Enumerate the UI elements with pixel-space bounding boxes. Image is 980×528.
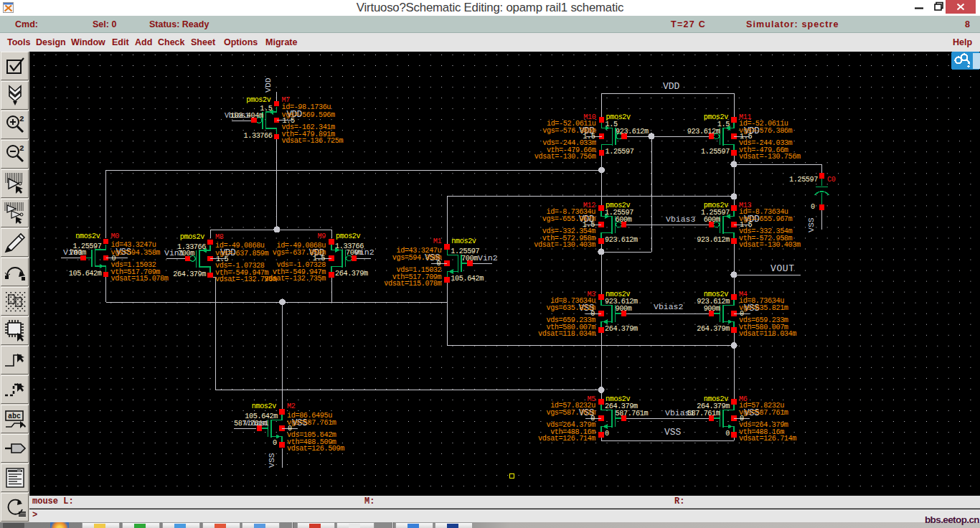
svg-text:VSS: VSS [806,217,816,232]
svg-text:vgs=635.821m: vgs=635.821m [739,304,788,312]
svg-text:pmos2v: pmos2v [180,233,205,241]
svg-text:vdsat=118.034m: vdsat=118.034m [538,330,595,338]
svg-text:vgs=-655.967m: vgs=-655.967m [739,215,793,223]
svg-text:VDD: VDD [263,77,273,93]
svg-text:vdsat=-132.735m: vdsat=-132.735m [264,275,326,283]
svg-text:vdsat=126.714m: vdsat=126.714m [538,435,595,443]
svg-text:vdsat=115.078m: vdsat=115.078m [384,280,441,288]
svg-text:vdsat=126.714m: vdsat=126.714m [739,435,796,443]
svg-text:id=-49.0868u: id=-49.0868u [276,242,326,250]
svg-text:vgs=587.761m: vgs=587.761m [739,409,788,417]
svg-text:vdsat=118.034m: vdsat=118.034m [739,330,796,338]
svg-text:vgs=-576.386m: vgs=-576.386m [739,127,793,135]
svg-text:vdsat=-130.756m: vdsat=-130.756m [739,153,801,161]
svg-text:vgs=594.358m: vgs=594.358m [111,249,161,257]
svg-text:id=57.8232u: id=57.8232u [550,402,595,410]
svg-text:nmos2v: nmos2v [451,237,476,245]
svg-text:id=86.6495u: id=86.6495u [287,412,332,420]
svg-text:0: 0 [811,203,815,211]
svg-text:vgs=587.761m: vgs=587.761m [287,419,336,427]
svg-text:900m: 900m [704,305,720,313]
svg-text:923.612m: 923.612m [687,128,720,136]
svg-text:vgs=-637.859m: vgs=-637.859m [273,249,326,257]
svg-text:1.33766: 1.33766 [244,132,273,140]
svg-text:264.379m: 264.379m [335,270,368,278]
svg-text:vgs=-637.859m: vgs=-637.859m [215,250,269,258]
svg-text:M8: M8 [215,233,224,241]
svg-text:M1: M1 [433,237,442,245]
svg-text:0: 0 [725,430,730,438]
svg-text:vgs=587.761m: vgs=587.761m [546,409,595,417]
svg-text:VOUT: VOUT [771,263,795,274]
svg-text:VSS: VSS [664,427,682,438]
svg-text:900m: 900m [616,305,632,313]
svg-text:vgs=635.821m: vgs=635.821m [546,304,595,312]
svg-text:vdsat=126.509m: vdsat=126.509m [287,445,344,453]
svg-text:Vin2: Vin2 [354,248,374,257]
svg-text:id=8.73634u: id=8.73634u [550,297,595,305]
svg-text:587.761m: 587.761m [687,410,720,418]
svg-text:vdsat=-136.725m: vdsat=-136.725m [282,137,344,145]
svg-text:pmos2v: pmos2v [246,96,271,104]
svg-text:Vbias3: Vbias3 [666,214,696,224]
svg-text:600m: 600m [704,216,720,224]
svg-text:vdsat=-130.403m: vdsat=-130.403m [534,241,595,249]
svg-text:id=43.3247u: id=43.3247u [396,247,441,255]
svg-text:id=-52.0611u: id=-52.0611u [739,120,788,128]
svg-text:vgs=-576.386m: vgs=-576.386m [542,127,596,135]
svg-text:Vbias2: Vbias2 [654,302,684,311]
svg-text:264.379m: 264.379m [173,270,206,278]
svg-text:id=8.73634u: id=8.73634u [739,297,784,305]
svg-text:105.642m: 105.642m [451,275,484,283]
svg-text:M2: M2 [287,402,296,410]
svg-text:587.761m: 587.761m [616,410,649,418]
svg-text:600m: 600m [616,216,632,224]
svg-text:M7: M7 [282,96,291,104]
svg-text:Vbias1: Vbias1 [244,420,269,428]
svg-text:VSS: VSS [267,453,276,468]
svg-text:nmos2v: nmos2v [252,402,277,410]
svg-text:105.642m: 105.642m [69,270,102,278]
svg-text:1.25597: 1.25597 [701,148,730,156]
svg-text:vgs=-569.596m: vgs=-569.596m [282,111,336,119]
svg-text:0: 0 [605,430,609,438]
svg-text:1.25597: 1.25597 [606,148,634,156]
svg-text:id=57.8232u: id=57.8232u [739,402,784,410]
svg-text:VDD: VDD [663,81,680,92]
svg-text:1.25597: 1.25597 [789,176,818,184]
svg-text:nmos2v: nmos2v [75,232,100,240]
svg-text:vgs=594.358m: vgs=594.358m [392,254,442,262]
svg-text:id=-49.0868u: id=-49.0868u [215,242,265,250]
svg-text:vgs=-655.967m: vgs=-655.967m [542,215,596,223]
svg-text:700m: 700m [461,255,478,263]
svg-text:M0: M0 [111,232,120,240]
svg-text:Vin2: Vin2 [478,253,498,263]
svg-text:923.612m: 923.612m [616,128,649,136]
svg-text:M9: M9 [318,232,326,240]
svg-text:vdsat=115.078m: vdsat=115.078m [111,275,169,283]
svg-text:0: 0 [273,439,277,447]
svg-text:923.612m: 923.612m [605,236,638,244]
svg-text:103.404m: 103.404m [230,112,263,120]
svg-text:id=-98.1736u: id=-98.1736u [282,103,331,111]
svg-text:700m: 700m [70,249,86,257]
svg-text:700m: 700m [178,250,194,258]
svg-text:923.612m: 923.612m [697,236,730,244]
svg-text:pmos2v: pmos2v [336,232,361,240]
svg-text:id=43.3247u: id=43.3247u [111,241,156,249]
svg-text:vdsat=-130.403m: vdsat=-130.403m [739,241,801,249]
svg-text:264.379m: 264.379m [697,325,730,333]
svg-text:id=-8.73634u: id=-8.73634u [739,208,788,216]
svg-text:vdsat=-130.756m: vdsat=-130.756m [534,153,596,161]
svg-text:id=-8.73634u: id=-8.73634u [546,208,595,216]
svg-text:C0: C0 [827,176,836,184]
svg-text:id=-52.0611u: id=-52.0611u [547,120,596,128]
svg-text:264.379m: 264.379m [605,325,638,333]
